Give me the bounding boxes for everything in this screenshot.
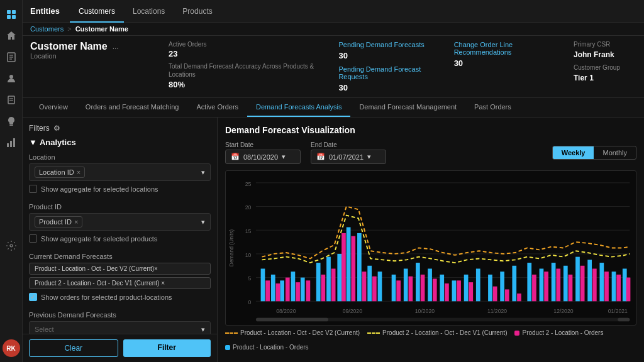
svg-rect-79	[396, 280, 401, 301]
product-aggregate-label: Show aggregate for selected products	[41, 235, 157, 243]
customer-group-label: Customer Group	[574, 64, 636, 71]
svg-rect-78	[372, 277, 377, 302]
pending-requests-label[interactable]: Pending Demand Forecast Requests	[338, 65, 441, 80]
pending-forecasts-label[interactable]: Pending Demand Forecasts	[338, 41, 441, 48]
legend-item-4: Product - Location - Orders	[225, 344, 309, 351]
svg-rect-56	[488, 275, 492, 301]
svg-text:Demand (Units): Demand (Units)	[228, 229, 234, 266]
location-dropdown-icon[interactable]: ▾	[201, 168, 205, 177]
svg-rect-39	[291, 272, 296, 301]
svg-rect-96	[616, 275, 621, 301]
location-tag-remove[interactable]: ×	[77, 168, 80, 176]
tab-customers[interactable]: Customers	[70, 0, 124, 23]
end-date-arrow[interactable]: ▾	[367, 153, 371, 161]
previous-demand-placeholder: Select	[35, 326, 54, 333]
start-date-input[interactable]: 📅 08/10/2020 ▾	[225, 150, 301, 164]
legend-label-1: Product - Location - Oct - Dec V2 (Curre…	[240, 329, 360, 336]
svg-text:10/2020: 10/2020	[415, 308, 435, 314]
product-dropdown-icon[interactable]: ▾	[201, 218, 205, 226]
filter-panel: Filters ⚙ ▼ Analytics Location Location …	[23, 118, 218, 362]
svg-rect-97	[626, 278, 631, 302]
svg-rect-84	[457, 280, 461, 301]
svg-rect-59	[527, 263, 531, 301]
location-select[interactable]: Location ID × ▾	[29, 163, 211, 181]
svg-rect-73	[321, 275, 325, 301]
content-area: Filters ⚙ ▼ Analytics Location Location …	[23, 118, 644, 362]
filter-button[interactable]: Filter	[123, 339, 211, 357]
chart-svg: 0 5 10 15 20 25 Demand (Units) 08/2020 0…	[226, 171, 636, 325]
clipboard-nav-icon[interactable]	[2, 90, 21, 109]
customer-menu-button[interactable]: ...	[113, 42, 119, 51]
tab-products[interactable]: Products	[174, 0, 221, 23]
svg-rect-66	[612, 272, 616, 301]
lightbulb-nav-icon[interactable]	[2, 112, 21, 131]
location-aggregate-label: Show aggregate for selected locations	[41, 185, 158, 193]
tab-demand-analysis[interactable]: Demand Forecasts Analysis	[247, 98, 350, 117]
chart-title: Demand Forecast Visualization	[225, 125, 636, 135]
tab-past-orders[interactable]: Past Orders	[465, 98, 520, 117]
svg-rect-62	[564, 266, 568, 302]
analytics-nav-icon[interactable]	[2, 133, 21, 152]
svg-rect-44	[347, 228, 351, 302]
svg-rect-83	[445, 283, 449, 301]
breadcrumb-parent[interactable]: Customers	[30, 25, 64, 33]
current-demand-group: Current Demand Forecasts Product - Locat…	[29, 253, 211, 305]
sub-nav: Overview Orders and Forecast Matching Ac…	[23, 98, 644, 118]
product-select[interactable]: Product ID × ▾	[29, 213, 211, 231]
svg-rect-3	[12, 15, 16, 19]
previous-demand-label: Previous Demand Forecasts	[29, 311, 211, 319]
entities-nav-icon[interactable]	[2, 5, 21, 24]
weekly-toggle[interactable]: Weekly	[553, 146, 594, 159]
users-nav-icon[interactable]	[2, 69, 21, 88]
home-nav-icon[interactable]	[2, 26, 21, 45]
user-avatar[interactable]: RK	[3, 339, 20, 357]
svg-rect-85	[469, 282, 473, 301]
change-order-label[interactable]: Change Order Line Recommendations	[454, 41, 561, 56]
svg-rect-94	[592, 268, 597, 301]
product-tag-remove[interactable]: ×	[74, 218, 78, 226]
tab-orders-forecast[interactable]: Orders and Forecast Matching	[77, 98, 188, 117]
legend-item-1: Product - Location - Oct - Dec V2 (Curre…	[225, 329, 360, 336]
location-filter-group: Location Location ID × ▾ Show aggregate …	[29, 153, 211, 197]
settings-nav-icon[interactable]	[2, 236, 21, 255]
tab-active-orders[interactable]: Active Orders	[187, 98, 247, 117]
svg-rect-48	[392, 275, 396, 301]
svg-rect-93	[580, 266, 585, 302]
svg-rect-53	[452, 280, 457, 301]
show-orders-row: ✓ Show orders for selected product-locat…	[29, 293, 211, 301]
svg-point-16	[10, 244, 13, 247]
location-label: Location	[29, 153, 211, 161]
tab-demand-management[interactable]: Demand Forecast Management	[350, 98, 465, 117]
primary-csr-value: John Frank	[574, 50, 636, 59]
svg-rect-87	[505, 289, 509, 301]
top-bar-tabs: Customers Locations Products	[70, 0, 221, 23]
total-demand-label: Total Demand Forecast Accuracy Across Pr…	[169, 62, 326, 79]
tab-overview[interactable]: Overview	[30, 98, 77, 117]
monthly-toggle[interactable]: Monthly	[594, 146, 636, 159]
tab-locations[interactable]: Locations	[124, 0, 174, 23]
show-orders-checkbox[interactable]: ✓	[29, 293, 37, 301]
filter-gear-icon[interactable]: ⚙	[53, 124, 60, 133]
start-date-calendar-icon: 📅	[231, 153, 240, 161]
svg-rect-60	[540, 268, 544, 301]
location-aggregate-checkbox[interactable]	[29, 185, 37, 193]
product-aggregate-checkbox[interactable]	[29, 234, 37, 243]
svg-rect-64	[587, 260, 592, 301]
svg-rect-90	[544, 272, 548, 301]
svg-rect-95	[604, 272, 609, 301]
demand-tag-2: Product 2 - Location - Oct - Dec V1 (Cur…	[29, 277, 211, 289]
svg-rect-14	[10, 141, 12, 147]
clear-button[interactable]: Clear	[29, 339, 118, 357]
collapse-icon[interactable]: ▼	[29, 138, 37, 147]
show-orders-label: Show orders for selected product-locatio…	[41, 293, 172, 301]
svg-rect-71	[296, 282, 300, 301]
end-date-input[interactable]: 📅 01/07/2021 ▾	[311, 150, 386, 164]
svg-rect-12	[9, 124, 13, 126]
orders-nav-icon[interactable]	[2, 48, 21, 67]
start-date-arrow[interactable]: ▾	[282, 153, 286, 161]
breadcrumb: Customers > Customer Name	[23, 23, 644, 36]
change-order-value: 30	[454, 58, 561, 68]
previous-demand-dropdown-icon[interactable]: ▾	[201, 326, 205, 334]
svg-rect-68	[265, 280, 270, 301]
legend-item-2: Product 2 - Location - Oct - Dec V1 (Cur…	[367, 329, 507, 336]
